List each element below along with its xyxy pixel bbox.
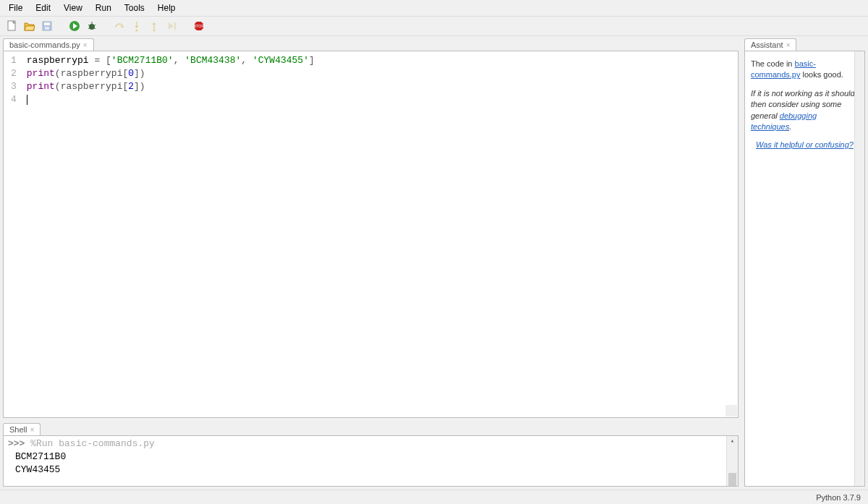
shell-scrollbar[interactable]: ▴ xyxy=(726,436,738,486)
shell-output-line: BCM2711B0 xyxy=(15,451,66,462)
editor-scrollbar-corner[interactable] xyxy=(726,405,737,417)
svg-point-5 xyxy=(89,24,95,30)
svg-point-12 xyxy=(136,30,138,32)
assistant-feedback: Was it helpful or confusing? xyxy=(751,140,859,150)
shell-pane: Shell × >>> %Run basic-commands.py BCM27… xyxy=(0,421,741,490)
editor-pane: basic-commands.py × 1234 raspberrypi = [… xyxy=(0,36,741,421)
close-icon[interactable]: × xyxy=(83,41,88,49)
menu-edit[interactable]: Edit xyxy=(30,1,56,14)
code-line[interactable]: print(raspberrypi[0]) xyxy=(27,67,738,80)
code-content[interactable]: raspberrypi = ['BCM2711B0', 'BCM43438', … xyxy=(22,51,738,417)
resume-button[interactable] xyxy=(165,20,178,33)
stop-button[interactable]: STOP xyxy=(192,20,205,33)
run-icon xyxy=(69,20,80,32)
assistant-msg-1: The code in basic-commands.py looks good… xyxy=(751,59,859,81)
code-line[interactable] xyxy=(27,93,738,106)
debug-icon xyxy=(86,20,98,32)
step-out-icon xyxy=(148,20,160,32)
svg-text:STOP: STOP xyxy=(194,24,204,28)
assistant-pane: Assistant × The code in basic-commands.p… xyxy=(741,36,868,490)
run-button[interactable] xyxy=(68,20,81,33)
shell-run-command: %Run basic-commands.py xyxy=(30,438,155,449)
shell-output-line: CYW43455 xyxy=(15,464,60,475)
svg-rect-15 xyxy=(174,22,176,30)
toolbar: STOP xyxy=(0,17,868,36)
step-into-icon xyxy=(131,20,142,32)
menu-tools[interactable]: Tools xyxy=(119,1,150,14)
python-version[interactable]: Python 3.7.9 xyxy=(816,493,861,502)
new-file-icon xyxy=(7,20,18,32)
stop-icon: STOP xyxy=(193,20,205,32)
assistant-msg-2: If it is not working as it should, then … xyxy=(751,88,859,133)
assistant-tab[interactable]: Assistant × xyxy=(744,38,796,51)
status-bar: Python 3.7.9 xyxy=(0,490,868,504)
resume-icon xyxy=(166,20,177,32)
step-into-button[interactable] xyxy=(130,20,143,33)
code-editor[interactable]: 1234 raspberrypi = ['BCM2711B0', 'BCM434… xyxy=(3,51,739,418)
svg-line-10 xyxy=(94,27,95,29)
line-gutter: 1234 xyxy=(4,51,22,417)
svg-point-14 xyxy=(153,30,156,32)
editor-tab-label: basic-commands.py xyxy=(9,40,80,49)
close-icon[interactable]: × xyxy=(30,426,34,434)
shell-console[interactable]: >>> %Run basic-commands.py BCM2711B0 CYW… xyxy=(3,435,739,487)
text-cursor xyxy=(27,95,27,105)
save-button[interactable] xyxy=(41,20,54,33)
code-line[interactable]: print(raspberrypi[2]) xyxy=(27,80,738,93)
assistant-feedback-link[interactable]: Was it helpful or confusing? xyxy=(756,140,854,149)
shell-tab[interactable]: Shell × xyxy=(3,423,41,435)
step-out-button[interactable] xyxy=(148,20,161,33)
shell-tab-label: Shell xyxy=(9,425,27,434)
svg-line-8 xyxy=(94,25,95,26)
editor-tab[interactable]: basic-commands.py × xyxy=(3,38,94,51)
debug-button[interactable] xyxy=(85,20,98,33)
shell-prompt: >>> xyxy=(8,438,30,449)
open-file-button[interactable] xyxy=(23,20,36,33)
scroll-up-icon[interactable]: ▴ xyxy=(727,436,738,446)
svg-rect-3 xyxy=(45,27,49,30)
svg-line-7 xyxy=(88,25,90,26)
close-icon[interactable]: × xyxy=(786,41,791,49)
save-icon xyxy=(41,20,53,32)
menu-file[interactable]: File xyxy=(3,1,28,14)
scrollbar-thumb[interactable] xyxy=(728,473,736,486)
menu-run[interactable]: Run xyxy=(90,1,117,14)
assistant-tab-label: Assistant xyxy=(751,40,783,49)
menu-bar: FileEditViewRunToolsHelp xyxy=(0,0,868,17)
svg-line-9 xyxy=(88,27,90,29)
svg-rect-2 xyxy=(44,22,50,25)
step-over-button[interactable] xyxy=(113,20,126,33)
code-line[interactable]: raspberrypi = ['BCM2711B0', 'BCM43438', … xyxy=(27,54,738,67)
new-file-button[interactable] xyxy=(6,20,19,33)
assistant-scrollbar[interactable] xyxy=(854,51,864,486)
menu-view[interactable]: View xyxy=(58,1,88,14)
assistant-body: The code in basic-commands.py looks good… xyxy=(744,51,865,487)
open-folder-icon xyxy=(24,20,35,32)
menu-help[interactable]: Help xyxy=(152,1,182,14)
step-over-icon xyxy=(114,20,125,32)
